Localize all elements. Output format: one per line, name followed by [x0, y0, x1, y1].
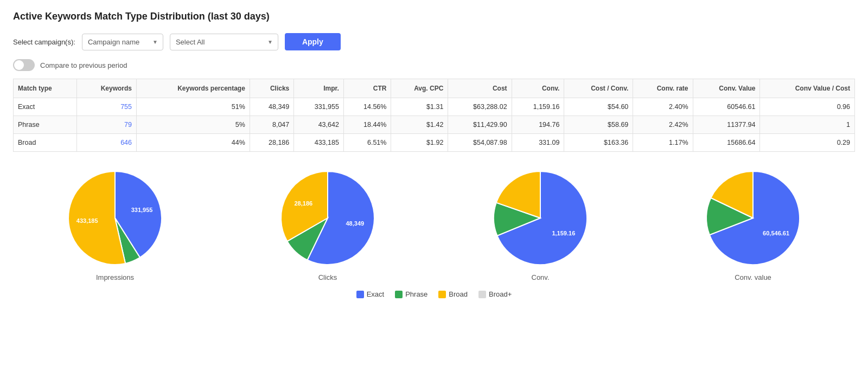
table-cell-conv_value: 11377.94	[693, 116, 760, 134]
compare-toggle-row: Compare to previous period	[13, 59, 855, 71]
table-header-row: Match typeKeywordsKeywords percentageCli…	[14, 79, 855, 98]
table-cell-keywords_pct: 5%	[137, 116, 250, 134]
table-cell-keywords: 755	[77, 98, 137, 116]
table-cell-conv_value: 15686.64	[693, 134, 760, 152]
table-cell-clicks: 28,186	[250, 134, 293, 152]
table-cell-impr: 43,642	[294, 116, 344, 134]
campaign-name-select[interactable]: Campaign name	[82, 34, 163, 50]
campaign-name-select-wrapper: Campaign name	[82, 34, 163, 50]
table-cell-cost: $63,288.02	[448, 98, 512, 116]
table-header: Conv.	[512, 79, 564, 98]
table-cell-conv_rate: 1.17%	[633, 134, 693, 152]
table-cell-conv: 1,159.16	[512, 98, 564, 116]
keywords-table: Match typeKeywordsKeywords percentageCli…	[13, 79, 855, 152]
table-cell-clicks: 8,047	[250, 116, 293, 134]
compare-toggle[interactable]	[13, 59, 35, 71]
pie-chart: 1,159.16	[492, 169, 589, 267]
table-header: Cost / Conv.	[564, 79, 633, 98]
chart-label: Conv. value	[735, 273, 771, 281]
chart-legend: ExactPhraseBroadBroad+	[13, 290, 855, 298]
table-cell-match_type: Broad	[14, 134, 77, 152]
legend-label: Broad	[449, 290, 468, 298]
table-cell-keywords: 79	[77, 116, 137, 134]
table-cell-conv_value_cost: 0.96	[760, 98, 855, 116]
legend-item: Exact	[356, 290, 385, 298]
table-row: Broad64644%28,186433,1856.51%$1.92$54,08…	[14, 134, 855, 152]
chart-label: Conv.	[532, 273, 550, 281]
svg-text:433,185: 433,185	[76, 217, 98, 224]
table-header: Cost	[448, 79, 512, 98]
keywords-link[interactable]: 79	[124, 121, 132, 129]
table-cell-cost_conv: $58.69	[564, 116, 633, 134]
table-header: Conv. Value	[693, 79, 760, 98]
legend-color-dot	[395, 291, 403, 298]
table-cell-match_type: Phrase	[14, 116, 77, 134]
apply-button[interactable]: Apply	[285, 33, 341, 50]
table-cell-impr: 433,185	[294, 134, 344, 152]
legend-label: Exact	[367, 290, 385, 298]
table-cell-conv_value_cost: 1	[760, 116, 855, 134]
svg-text:60,546.61: 60,546.61	[763, 230, 789, 236]
table-cell-conv_value: 60546.61	[693, 98, 760, 116]
compare-label: Compare to previous period	[40, 61, 127, 69]
table-header: Keywords	[77, 79, 137, 98]
chart-item: 1,159.16Conv.	[492, 169, 589, 281]
table-row: Exact75551%48,349331,95514.56%$1.31$63,2…	[14, 98, 855, 116]
table-cell-cost_conv: $54.60	[564, 98, 633, 116]
pie-chart: 331,955433,185	[66, 169, 164, 267]
legend-item: Phrase	[395, 290, 427, 298]
svg-text:331,955: 331,955	[131, 207, 153, 213]
select-campaign-label: Select campaign(s):	[13, 38, 75, 46]
page-title: Active Keywords Match Type Distribution …	[13, 11, 855, 22]
legend-label: Broad+	[489, 290, 512, 298]
pie-chart: 48,34928,186	[279, 169, 376, 267]
table-cell-keywords: 646	[77, 134, 137, 152]
table-header: Keywords percentage	[137, 79, 250, 98]
table-cell-cost_conv: $163.36	[564, 134, 633, 152]
chart-label: Clicks	[318, 273, 337, 281]
table-header: Avg. CPC	[391, 79, 448, 98]
controls-row: Select campaign(s): Campaign name Select…	[13, 33, 855, 50]
table-cell-keywords_pct: 44%	[137, 134, 250, 152]
table-header: CTR	[343, 79, 391, 98]
table-cell-avg_cpc: $1.31	[391, 98, 448, 116]
table-cell-avg_cpc: $1.42	[391, 116, 448, 134]
chart-item: 331,955433,185Impressions	[66, 169, 164, 281]
table-cell-clicks: 48,349	[250, 98, 293, 116]
table-cell-impr: 331,955	[294, 98, 344, 116]
legend-color-dot	[478, 291, 486, 298]
table-row: Phrase795%8,04743,64218.44%$1.42$11,429.…	[14, 116, 855, 134]
table-cell-cost: $11,429.90	[448, 116, 512, 134]
table-header: Match type	[14, 79, 77, 98]
svg-text:1,159.16: 1,159.16	[552, 230, 575, 236]
keywords-link[interactable]: 646	[120, 139, 132, 146]
legend-color-dot	[356, 291, 364, 298]
chart-item: 60,546.61Conv. value	[704, 169, 802, 281]
table-cell-avg_cpc: $1.92	[391, 134, 448, 152]
table-cell-ctr: 6.51%	[343, 134, 391, 152]
table-header: Clicks	[250, 79, 293, 98]
table-cell-ctr: 14.56%	[343, 98, 391, 116]
table-header: Conv Value / Cost	[760, 79, 855, 98]
table-header: Impr.	[294, 79, 344, 98]
table-cell-conv: 194.76	[512, 116, 564, 134]
legend-item: Broad	[438, 290, 468, 298]
table-cell-conv: 331.09	[512, 134, 564, 152]
table-cell-conv_value_cost: 0.29	[760, 134, 855, 152]
table-header: Conv. rate	[633, 79, 693, 98]
table-cell-conv_rate: 2.40%	[633, 98, 693, 116]
select-all-select[interactable]: Select All	[170, 34, 278, 50]
svg-text:28,186: 28,186	[294, 200, 312, 207]
table-cell-cost: $54,087.98	[448, 134, 512, 152]
keywords-link[interactable]: 755	[120, 103, 132, 111]
table-cell-conv_rate: 2.42%	[633, 116, 693, 134]
pie-chart: 60,546.61	[704, 169, 802, 267]
select-all-wrapper: Select All	[170, 34, 278, 50]
table-cell-ctr: 18.44%	[343, 116, 391, 134]
legend-label: Phrase	[405, 290, 427, 298]
chart-item: 48,34928,186Clicks	[279, 169, 376, 281]
svg-text:48,349: 48,349	[346, 220, 364, 227]
legend-color-dot	[438, 291, 446, 298]
chart-label: Impressions	[96, 273, 134, 281]
table-cell-match_type: Exact	[14, 98, 77, 116]
